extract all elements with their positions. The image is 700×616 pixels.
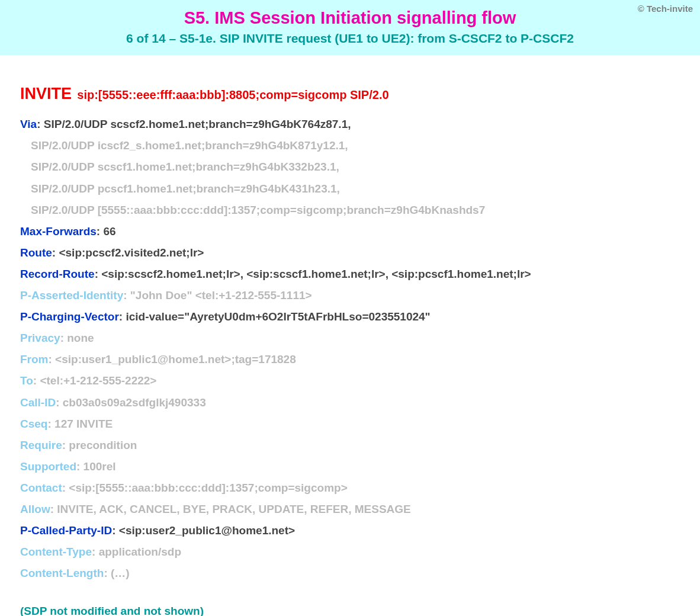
header-name: Call-ID [20, 396, 56, 409]
header-name: Allow [20, 503, 50, 515]
header-value: 100rel [84, 460, 116, 473]
header-p-charging: P-Charging-Vector: icid-value="AyretyU0d… [20, 306, 680, 328]
header-name: Max-Forwards [20, 225, 97, 238]
header-name: Contact [20, 482, 62, 494]
header-value: <sip:user2_public1@home1.net> [119, 524, 295, 537]
header-p-called: P-Called-Party-ID: <sip:user2_public1@ho… [20, 520, 680, 541]
header-name: Via [20, 118, 37, 130]
header-record-route: Record-Route: <sip:scscf2.home1.net;lr>,… [20, 264, 680, 285]
header-name: Content-Length [20, 567, 104, 579]
header-from: From: <sip:user1_public1@home1.net>;tag=… [20, 349, 680, 370]
header-contact: Contact: <sip:[5555::aaa:bbb:ccc:ddd]:13… [20, 477, 680, 499]
header-call-id: Call-ID: cb03a0s09a2sdfglkj490333 [20, 392, 680, 413]
header-name: Privacy [20, 332, 60, 344]
attribution-label: © Tech-invite [638, 4, 693, 14]
header-name: Record-Route [20, 268, 95, 280]
header-allow: Allow: INVITE, ACK, CANCEL, BYE, PRACK, … [20, 499, 680, 520]
request-method: INVITE [20, 85, 72, 102]
header-privacy: Privacy: none [20, 328, 680, 349]
header-name: Cseq [20, 418, 47, 430]
header-value: none [67, 332, 94, 344]
header-value: application/sdp [99, 546, 181, 558]
via-continuation: SIP/2.0/UDP scscf1.home1.net;branch=z9hG… [20, 156, 680, 178]
via-continuation: SIP/2.0/UDP [5555::aaa:bbb:ccc:ddd]:1357… [20, 200, 680, 221]
header-banner: © Tech-invite S5. IMS Session Initiation… [0, 0, 700, 55]
request-line: INVITE sip:[5555::eee:fff:aaa:bbb]:8805;… [20, 79, 680, 109]
header-value: precondition [69, 439, 137, 451]
header-route: Route: <sip:pcscf2.visited2.net;lr> [20, 242, 680, 264]
header-value: icid-value="AyretyU0dm+6O2IrT5tAFrbHLso=… [126, 310, 430, 323]
page-subtitle: 6 of 14 – S5-1e. SIP INVITE request (UE1… [0, 31, 700, 46]
header-cseq: Cseq: 127 INVITE [20, 413, 680, 435]
sdp-note: (SDP not modified and not shown) [20, 601, 680, 616]
header-name: To [20, 374, 33, 387]
header-max-forwards: Max-Forwards: 66 [20, 221, 680, 242]
header-value: <sip:user1_public1@home1.net>;tag=171828 [55, 353, 296, 365]
via-continuation: SIP/2.0/UDP icscf2_s.home1.net;branch=z9… [20, 135, 680, 156]
header-via: Via: SIP/2.0/UDP scscf2.home1.net;branch… [20, 114, 680, 135]
header-name: P-Called-Party-ID [20, 524, 112, 537]
header-name: P-Charging-Vector [20, 310, 119, 323]
header-value: (…) [111, 567, 130, 579]
header-p-asserted: P-Asserted-Identity: "John Doe" <tel:+1-… [20, 285, 680, 306]
header-to: To: <tel:+1-212-555-2222> [20, 370, 680, 392]
request-uri: sip:[5555::eee:fff:aaa:bbb]:8805;comp=si… [77, 88, 388, 101]
header-value: <sip:[5555::aaa:bbb:ccc:ddd]:1357;comp=s… [69, 482, 347, 494]
sip-message-block: INVITE sip:[5555::eee:fff:aaa:bbb]:8805;… [0, 55, 700, 616]
header-value: "John Doe" <tel:+1-212-555-1111> [130, 289, 312, 301]
header-name: Content-Type [20, 546, 92, 558]
header-content-length: Content-Length: (…) [20, 563, 680, 584]
header-content-type: Content-Type: application/sdp [20, 541, 680, 563]
header-value: 127 INVITE [54, 418, 113, 430]
header-value: 66 [103, 225, 115, 238]
page-title: S5. IMS Session Initiation signalling fl… [0, 8, 700, 28]
header-value: <tel:+1-212-555-2222> [40, 374, 156, 387]
header-value: <sip:pcscf2.visited2.net;lr> [59, 246, 204, 259]
header-list: Max-Forwards: 66Route: <sip:pcscf2.visit… [20, 221, 680, 585]
header-name: P-Asserted-Identity [20, 289, 123, 301]
header-require: Require: precondition [20, 435, 680, 456]
header-name: Route [20, 246, 52, 259]
via-continuation: SIP/2.0/UDP pcscf1.home1.net;branch=z9hG… [20, 178, 680, 200]
header-supported: Supported: 100rel [20, 456, 680, 477]
header-value: <sip:scscf2.home1.net;lr>, <sip:scscf1.h… [101, 268, 531, 280]
header-name: From [20, 353, 49, 365]
header-name: Supported [20, 460, 76, 473]
header-value: SIP/2.0/UDP scscf2.home1.net;branch=z9hG… [44, 118, 351, 130]
header-name: Require [20, 439, 62, 451]
header-value: cb03a0s09a2sdfglkj490333 [63, 396, 206, 409]
header-value: INVITE, ACK, CANCEL, BYE, PRACK, UPDATE,… [57, 503, 411, 515]
